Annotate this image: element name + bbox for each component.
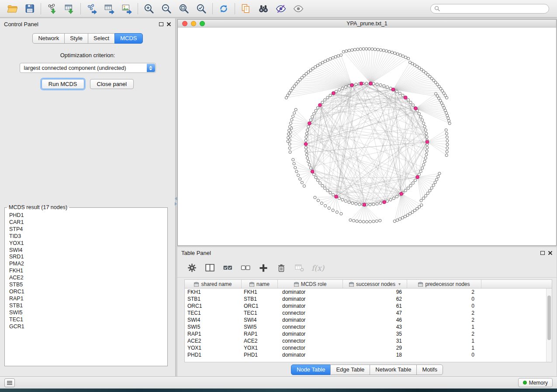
criterion-dropdown[interactable]: largest connected component (undirected) xyxy=(20,63,156,73)
column-header-mcds-role[interactable]: MCDS role xyxy=(278,280,343,288)
export-network-icon[interactable] xyxy=(83,1,100,16)
mcds-result-item[interactable]: SWI4 xyxy=(9,247,167,254)
network-window: YPA_prune.txt_1 xyxy=(177,19,557,246)
mcds-result-item[interactable]: CAR1 xyxy=(9,219,167,226)
select-all-checkboxes-icon[interactable] xyxy=(222,262,233,274)
table-row[interactable]: ORC1ORC1dominator610 xyxy=(185,303,546,309)
cell-name: PHD1 xyxy=(242,351,278,358)
node-table-body: FKH1FKH1dominator962STB1STB1dominator620… xyxy=(185,289,546,362)
scrollbar-thumb[interactable] xyxy=(547,296,551,340)
delete-row-icon[interactable] xyxy=(276,262,287,274)
mcds-result-item[interactable]: ORC1 xyxy=(9,289,167,296)
mcds-result-item[interactable]: TEC1 xyxy=(9,316,167,323)
mcds-result-item[interactable]: RAP1 xyxy=(9,296,167,303)
mcds-result-item[interactable]: PHD1 xyxy=(9,212,167,219)
hide-annotations-icon[interactable] xyxy=(272,1,290,16)
float-table-panel-icon[interactable] xyxy=(540,251,545,255)
tab-mcds[interactable]: MCDS xyxy=(114,33,142,44)
run-mcds-button[interactable]: Run MCDS xyxy=(42,79,84,89)
tab-network[interactable]: Network xyxy=(32,33,65,44)
mcds-result-item[interactable]: STP4 xyxy=(9,226,167,233)
add-row-icon[interactable] xyxy=(258,262,269,274)
table-settings-gear-icon[interactable] xyxy=(186,262,197,274)
import-table-icon[interactable] xyxy=(61,1,78,16)
refresh-icon[interactable] xyxy=(215,1,232,16)
cell-name: ORC1 xyxy=(242,303,278,309)
table-row[interactable]: RAP1RAP1dominator352 xyxy=(185,330,546,337)
control-panel: Control Panel NetworkStyleSelectMCDS Opt… xyxy=(0,18,176,376)
close-panel-icon[interactable] xyxy=(166,22,171,27)
status-bar: Memory xyxy=(0,376,557,389)
search-network-icon[interactable] xyxy=(255,1,272,16)
mcds-result-item[interactable]: STB5 xyxy=(9,282,167,289)
show-panels-icon[interactable] xyxy=(4,378,15,387)
mcds-result-item[interactable]: ACE2 xyxy=(9,275,167,282)
search-field[interactable] xyxy=(430,4,549,14)
zoom-selected-icon[interactable] xyxy=(193,1,210,16)
table-row[interactable]: ACE2ACE2connector311 xyxy=(185,337,546,344)
import-table-disabled-icon xyxy=(294,262,305,274)
cell-mcds-role: connector xyxy=(278,323,343,330)
node-table-header: shared namenameMCDS rolesuccessor nodes▾… xyxy=(185,280,552,289)
mcds-result-item[interactable]: SWI5 xyxy=(9,309,167,316)
table-row[interactable]: PHD1PHD1dominator180 xyxy=(185,351,546,358)
cell-mcds-role: connector xyxy=(278,344,343,351)
show-columns-icon[interactable] xyxy=(204,262,215,274)
export-image-icon[interactable] xyxy=(118,1,135,16)
show-graphics-details-icon[interactable] xyxy=(290,1,307,16)
mcds-result-item[interactable]: PMA2 xyxy=(9,261,167,268)
function-builder-button[interactable]: f(x) xyxy=(311,264,324,272)
table-panel-header: Table Panel xyxy=(177,247,557,258)
zoom-in-icon[interactable] xyxy=(140,1,158,16)
cell-predecessor-nodes: 0 xyxy=(407,296,481,303)
mcds-result-item[interactable]: TID3 xyxy=(9,233,167,240)
column-header-shared-name[interactable]: shared name xyxy=(185,280,242,288)
save-icon[interactable] xyxy=(21,1,38,16)
memory-button[interactable]: Memory xyxy=(518,378,553,387)
mcds-result-item[interactable]: STB1 xyxy=(9,303,167,309)
cell-predecessor-nodes: 1 xyxy=(407,323,481,330)
export-table-icon[interactable] xyxy=(100,1,118,16)
import-network-icon[interactable] xyxy=(43,1,61,16)
table-row[interactable]: TEC1TEC1connector472 xyxy=(185,309,546,316)
cell-shared-name: SWI4 xyxy=(185,316,242,323)
cell-name: TEC1 xyxy=(242,309,278,316)
tab-network-table[interactable]: Network Table xyxy=(370,364,417,375)
deselect-all-checkboxes-icon[interactable] xyxy=(240,262,251,274)
toolbar-separator xyxy=(212,3,213,14)
mcds-result-item[interactable]: YOX1 xyxy=(9,240,167,247)
zoom-fit-icon[interactable] xyxy=(175,1,193,16)
table-scrollbar[interactable] xyxy=(546,289,552,362)
zoom-out-icon[interactable] xyxy=(158,1,175,16)
mcds-result-item[interactable]: FKH1 xyxy=(9,268,167,275)
tab-select[interactable]: Select xyxy=(88,33,115,44)
table-row[interactable]: YOX1YOX1connector291 xyxy=(185,344,546,351)
float-panel-icon[interactable] xyxy=(159,22,163,26)
cell-shared-name: ORC1 xyxy=(185,303,242,309)
cell-predecessor-nodes: 1 xyxy=(407,344,481,351)
search-input[interactable] xyxy=(442,6,545,12)
network-window-titlebar[interactable]: YPA_prune.txt_1 xyxy=(178,20,556,28)
tab-motifs[interactable]: Motifs xyxy=(416,364,443,375)
copy-network-icon[interactable] xyxy=(237,1,255,16)
cell-name: YOX1 xyxy=(242,344,278,351)
column-header-predecessor-nodes[interactable]: predecessor nodes xyxy=(407,280,481,288)
mcds-result-item[interactable]: SRD1 xyxy=(9,254,167,261)
cell-shared-name: PHD1 xyxy=(185,351,242,358)
close-panel-button[interactable]: Close panel xyxy=(90,79,134,89)
table-row[interactable]: STB1STB1dominator620 xyxy=(185,296,546,303)
column-header-successor-nodes[interactable]: successor nodes▾ xyxy=(343,280,407,288)
cell-predecessor-nodes: 2 xyxy=(407,289,481,296)
table-row[interactable]: SWI4SWI4dominator462 xyxy=(185,316,546,323)
column-header-name[interactable]: name xyxy=(242,280,278,288)
network-canvas[interactable] xyxy=(178,28,556,245)
table-row[interactable]: FKH1FKH1dominator962 xyxy=(185,289,546,296)
tab-edge-table[interactable]: Edge Table xyxy=(330,364,370,375)
table-row[interactable]: SWI5SWI5connector431 xyxy=(185,323,546,330)
open-folder-icon[interactable] xyxy=(3,1,21,16)
tab-style[interactable]: Style xyxy=(64,33,88,44)
tab-node-table[interactable]: Node Table xyxy=(291,364,331,375)
mcds-result-item[interactable]: GCR1 xyxy=(9,323,167,330)
network-area: YPA_prune.txt_1 Table Panel xyxy=(177,18,557,376)
close-table-panel-icon[interactable] xyxy=(548,251,553,255)
